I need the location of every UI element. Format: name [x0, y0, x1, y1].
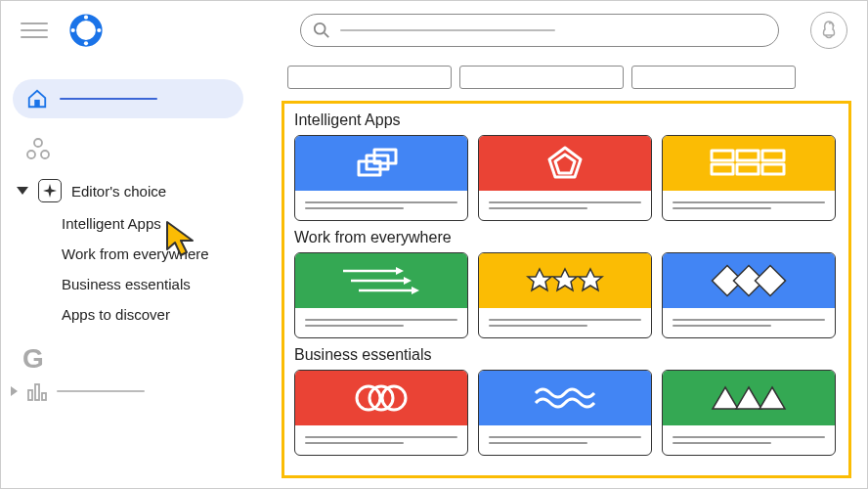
svg-rect-13 — [42, 393, 46, 400]
sidebar-editors-choice-label: Editor's choice — [71, 183, 166, 200]
svg-marker-38 — [736, 387, 761, 409]
tab[interactable] — [287, 66, 452, 89]
svg-point-4 — [97, 28, 101, 32]
app-card[interactable] — [478, 370, 652, 456]
card-body — [295, 308, 467, 337]
app-card[interactable] — [662, 135, 836, 221]
section-title: Intelligent Apps — [294, 111, 839, 129]
svg-rect-23 — [737, 164, 759, 174]
card-body — [663, 191, 835, 220]
card-body — [663, 425, 835, 455]
section-title: Business essentials — [294, 346, 839, 364]
avatar-icon — [816, 18, 842, 43]
svg-point-2 — [84, 41, 88, 45]
chevron-right-icon — [11, 386, 18, 396]
card-body — [479, 425, 651, 455]
card-thumbnail — [295, 253, 467, 308]
sidebar-sub-intelligent-apps[interactable]: Intelligent Apps — [1, 208, 255, 239]
app-card[interactable] — [294, 370, 468, 456]
svg-point-5 — [315, 23, 326, 34]
card-thumbnail — [663, 253, 835, 308]
svg-point-0 — [73, 18, 100, 44]
card-thumbnail — [479, 136, 651, 191]
header — [1, 1, 867, 60]
svg-rect-24 — [762, 164, 784, 174]
app-card[interactable] — [478, 135, 652, 221]
card-thumbnail — [479, 253, 651, 308]
app-card[interactable] — [294, 135, 468, 221]
home-icon — [26, 88, 48, 110]
svg-marker-18 — [555, 155, 575, 173]
bar-chart-icon — [25, 380, 49, 402]
search-placeholder — [340, 29, 555, 31]
section-title: Work from everywhere — [294, 229, 839, 246]
sidebar-sub-work-from-everywhere[interactable]: Work from everywhere — [1, 239, 255, 269]
svg-rect-21 — [762, 151, 784, 160]
svg-marker-28 — [404, 277, 412, 285]
svg-point-3 — [71, 28, 75, 32]
svg-point-1 — [84, 16, 88, 20]
sidebar-chart-label — [57, 390, 145, 392]
card-body — [295, 191, 467, 220]
sparkle-icon — [38, 179, 62, 202]
card-body — [479, 191, 651, 220]
apps-icon[interactable] — [24, 138, 52, 161]
svg-point-8 — [34, 139, 42, 147]
app-card[interactable] — [662, 252, 836, 338]
sidebar-home-label — [60, 98, 157, 100]
search-icon — [313, 22, 330, 39]
sidebar-editors-choice[interactable]: Editor's choice — [7, 173, 255, 208]
card-body — [479, 308, 651, 337]
svg-marker-37 — [713, 387, 738, 409]
svg-rect-33 — [755, 265, 785, 295]
svg-rect-11 — [28, 390, 32, 400]
card-thumbnail — [295, 136, 467, 191]
tab[interactable] — [459, 66, 624, 89]
svg-marker-26 — [396, 267, 404, 275]
svg-rect-7 — [34, 100, 40, 107]
sidebar-sub-business-essentials[interactable]: Business essentials — [1, 269, 255, 299]
card-thumbnail — [663, 136, 835, 191]
card-thumbnail — [479, 371, 651, 425]
sidebar: Editor's choice Intelligent Apps Work fr… — [1, 71, 255, 402]
sidebar-sub-apps-to-discover[interactable]: Apps to discover — [1, 299, 255, 330]
avatar[interactable] — [810, 12, 847, 49]
logo-icon — [67, 12, 105, 49]
svg-rect-22 — [712, 164, 733, 174]
card-body — [663, 308, 835, 337]
svg-marker-39 — [760, 387, 785, 409]
chevron-down-icon — [17, 187, 28, 195]
app-card[interactable] — [294, 252, 468, 338]
sidebar-chart[interactable] — [11, 380, 255, 402]
card-thumbnail — [295, 371, 467, 425]
sidebar-home[interactable] — [13, 79, 243, 118]
tab[interactable] — [631, 66, 796, 89]
main-content: Intelligent Apps Work from everywhere Bu… — [282, 101, 851, 478]
app-card[interactable] — [478, 252, 652, 338]
app-card[interactable] — [662, 370, 836, 456]
google-icon[interactable]: G — [22, 343, 255, 375]
svg-rect-12 — [35, 384, 39, 400]
search-bar[interactable] — [300, 14, 779, 47]
card-thumbnail — [663, 371, 835, 425]
svg-marker-30 — [412, 287, 419, 294]
menu-icon[interactable] — [21, 22, 48, 38]
svg-point-9 — [27, 151, 35, 158]
svg-rect-20 — [737, 151, 759, 160]
card-body — [295, 425, 467, 455]
svg-point-10 — [41, 151, 49, 158]
svg-rect-19 — [712, 151, 733, 160]
svg-line-6 — [325, 33, 329, 38]
